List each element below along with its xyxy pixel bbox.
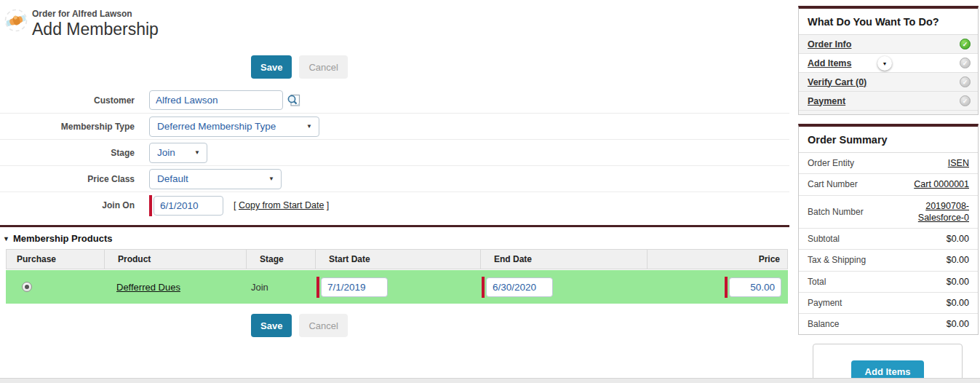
col-header-price: Price <box>647 250 787 269</box>
summary-label: Order Entity <box>808 158 854 168</box>
summary-row-total: Total $0.00 <box>799 272 978 293</box>
copy-from-start-date-link[interactable]: Copy from Start Date <box>239 200 324 210</box>
price-class-select[interactable]: Default ▼ <box>149 169 282 189</box>
save-button-bottom[interactable]: Save <box>251 314 292 337</box>
what-to-do-panel: What Do You Want To Do? Order Info Add I… <box>798 6 979 115</box>
sidebar-item-add-items[interactable]: Add Items ▼ <box>799 54 978 73</box>
table-row: Defferred Dues Join <box>6 270 788 304</box>
summary-label: Subtotal <box>808 234 840 244</box>
bracket-close: ] <box>324 200 329 210</box>
customer-label: Customer <box>0 95 135 106</box>
balance-value: $0.00 <box>947 318 969 330</box>
chevron-down-icon: ▼ <box>194 149 200 156</box>
chevron-down-icon: ▼ <box>306 123 312 130</box>
sidebar-item-verify-cart[interactable]: Verify Cart (0) <box>799 73 978 92</box>
lookup-icon <box>287 93 301 108</box>
required-field-bar <box>316 277 319 298</box>
row-stage-value: Join <box>245 270 314 304</box>
summary-label: Balance <box>808 319 839 329</box>
sidebar-item-order-info[interactable]: Order Info <box>799 35 978 54</box>
bracket-open: [ <box>234 200 239 210</box>
col-header-start-date: Start Date <box>315 250 480 269</box>
price-class-value: Default <box>157 173 188 184</box>
end-date-input[interactable] <box>486 277 553 297</box>
sidebar-item-payment[interactable]: Payment <box>799 92 978 111</box>
payment-link[interactable]: Payment <box>808 96 845 106</box>
handshake-icon <box>4 9 28 32</box>
add-items-action-box: Add Items <box>813 344 963 383</box>
membership-type-select[interactable]: Deferred Membership Type ▼ <box>149 117 319 137</box>
complete-check-icon <box>960 39 971 50</box>
verify-cart-link[interactable]: Verify Cart (0) <box>808 77 867 87</box>
summary-row-tax-shipping: Tax & Shipping $0.00 <box>799 250 978 271</box>
horizontal-scrollbar[interactable] <box>0 378 980 383</box>
order-summary-title: Order Summary <box>799 127 978 153</box>
tax-shipping-value: $0.00 <box>947 254 969 266</box>
cancel-button[interactable]: Cancel <box>299 55 347 79</box>
summary-row-balance: Balance $0.00 <box>799 314 978 334</box>
form-row-stage: Stage Join ▼ <box>0 140 789 166</box>
price-input[interactable] <box>729 277 781 297</box>
collapse-triangle-icon: ▼ <box>3 235 9 242</box>
purchase-radio[interactable] <box>22 282 32 292</box>
membership-products-table: Purchase Product Stage Start Date End Da… <box>6 249 788 304</box>
batch-number-link[interactable]: 20190708-Salesforce-0 <box>900 200 969 224</box>
cart-number-link[interactable]: Cart 0000001 <box>914 178 969 190</box>
stage-label: Stage <box>0 148 135 158</box>
what-to-do-title: What Do You Want To Do? <box>799 9 978 35</box>
membership-form: Customer Membership Type Deferred Member… <box>0 87 789 218</box>
join-on-input[interactable] <box>154 196 223 216</box>
save-button[interactable]: Save <box>251 55 292 79</box>
start-date-input[interactable] <box>321 277 388 297</box>
page-eyebrow: Order for Alfred Lawson <box>32 6 159 19</box>
payment-value: $0.00 <box>947 297 969 309</box>
order-entity-link[interactable]: ISEN <box>948 157 969 169</box>
summary-label: Cart Number <box>808 179 858 189</box>
customer-input[interactable] <box>149 90 283 110</box>
top-button-row: Save Cancel <box>0 55 789 79</box>
chevron-down-icon: ▼ <box>268 175 274 182</box>
sidebar: What Do You Want To Do? Order Info Add I… <box>798 6 979 383</box>
col-header-product: Product <box>104 250 246 269</box>
summary-label: Total <box>808 277 826 287</box>
membership-type-value: Deferred Membership Type <box>157 121 276 132</box>
summary-row-cart-number: Cart Number Cart 0000001 <box>799 174 978 195</box>
main-content: Order for Alfred Lawson Add Membership S… <box>0 0 789 337</box>
required-field-bar <box>725 277 728 298</box>
total-value: $0.00 <box>947 276 969 288</box>
stage-select[interactable]: Join ▼ <box>149 143 207 163</box>
summary-row-subtotal: Subtotal $0.00 <box>799 229 978 250</box>
stage-value: Join <box>157 147 175 158</box>
form-row-price-class: Price Class Default ▼ <box>0 166 789 192</box>
join-on-label: Join On <box>0 200 135 210</box>
order-info-link[interactable]: Order Info <box>808 39 851 50</box>
page-header: Order for Alfred Lawson Add Membership <box>0 0 789 39</box>
copy-from-start-date-wrap: [ Copy from Start Date ] <box>234 200 329 210</box>
form-row-join-on: Join On [ Copy from Start Date ] <box>0 192 789 218</box>
add-items-link[interactable]: Add Items <box>808 58 851 68</box>
order-summary-panel: Order Summary Order Entity ISEN Cart Num… <box>798 124 979 335</box>
col-header-stage: Stage <box>246 250 315 269</box>
what-to-do-list: Order Info Add Items ▼ Verify Cart (0) P… <box>799 35 978 114</box>
membership-products-section-header[interactable]: ▼ Membership Products <box>0 227 789 249</box>
page-title: Add Membership <box>32 20 159 39</box>
summary-row-order-entity: Order Entity ISEN <box>799 153 978 174</box>
col-header-purchase: Purchase <box>7 250 104 269</box>
summary-row-payment: Payment $0.00 <box>799 293 978 314</box>
pending-check-icon <box>960 76 971 87</box>
add-items-dropdown-button[interactable]: ▼ <box>877 56 892 71</box>
cancel-button-bottom[interactable]: Cancel <box>299 314 347 337</box>
price-class-label: Price Class <box>0 174 135 184</box>
pending-check-icon <box>960 58 971 68</box>
form-row-customer: Customer <box>0 87 789 114</box>
required-field-bar <box>149 195 152 216</box>
summary-row-batch-number: Batch Number 20190708-Salesforce-0 <box>799 196 978 229</box>
customer-lookup-button[interactable] <box>287 93 301 108</box>
required-field-bar <box>482 277 485 298</box>
form-row-membership-type: Membership Type Deferred Membership Type… <box>0 114 789 140</box>
pending-check-icon <box>960 95 971 106</box>
bottom-button-row: Save Cancel <box>0 314 789 337</box>
subtotal-value: $0.00 <box>947 233 969 245</box>
product-link[interactable]: Defferred Dues <box>116 282 180 293</box>
membership-type-label: Membership Type <box>0 122 135 132</box>
